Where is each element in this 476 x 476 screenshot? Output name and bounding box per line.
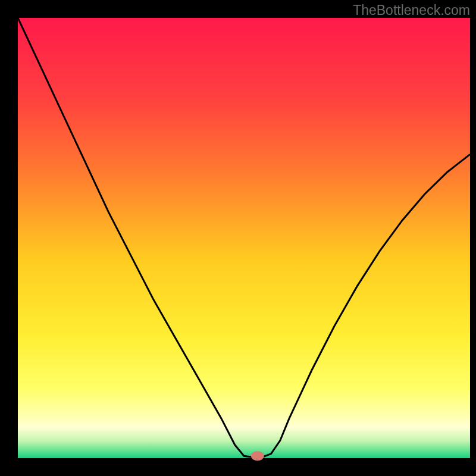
watermark-text: TheBottleneck.com bbox=[353, 2, 470, 18]
chart-container: TheBottleneck.com bbox=[0, 0, 476, 476]
optimal-point-marker bbox=[251, 451, 264, 461]
chart-background bbox=[18, 18, 470, 458]
bottleneck-chart bbox=[0, 0, 476, 476]
